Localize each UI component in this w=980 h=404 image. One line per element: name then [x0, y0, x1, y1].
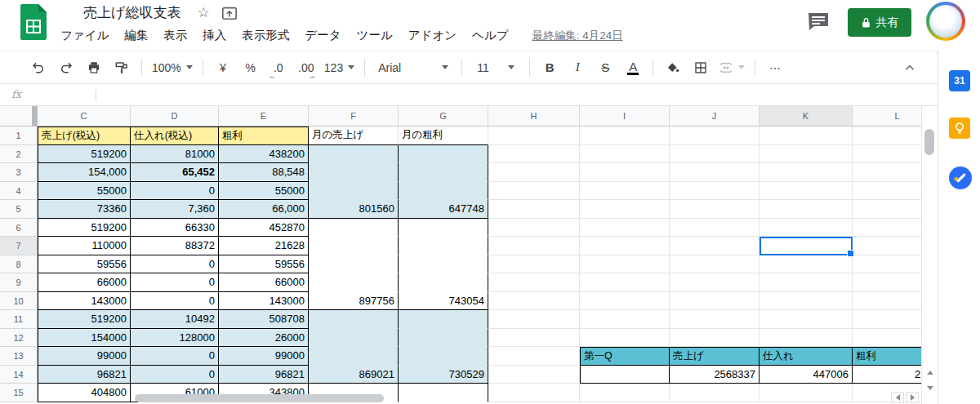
- currency-format-button[interactable]: ¥: [213, 57, 233, 78]
- cell-F10[interactable]: 897756: [309, 292, 399, 311]
- cell-C4[interactable]: 55000: [38, 182, 131, 201]
- cell-D6[interactable]: 66330: [131, 219, 219, 238]
- cell-K5[interactable]: [760, 200, 853, 219]
- number-format-button[interactable]: 123: [324, 57, 354, 78]
- cell-F4[interactable]: [309, 182, 399, 201]
- cell-L3[interactable]: [853, 163, 921, 182]
- cell-L11[interactable]: [853, 310, 921, 329]
- share-button[interactable]: 共有: [848, 8, 911, 37]
- zoom-select[interactable]: 100%: [152, 57, 193, 78]
- cell-C9[interactable]: 66000: [38, 273, 131, 292]
- row-header-5[interactable]: 5: [0, 200, 38, 219]
- cell-D10[interactable]: 0: [131, 292, 219, 311]
- cell-G5[interactable]: 647748: [399, 200, 488, 219]
- cell-H10[interactable]: [488, 292, 580, 311]
- decrease-decimal-button[interactable]: .0 ←: [269, 57, 288, 78]
- row-header-8[interactable]: 8: [0, 255, 38, 274]
- cell-K10[interactable]: [760, 292, 853, 311]
- cell-H11[interactable]: [488, 310, 580, 329]
- cell-F7[interactable]: [309, 237, 399, 255]
- paint-format-button[interactable]: [112, 57, 131, 78]
- row-header-3[interactable]: 3: [0, 163, 38, 182]
- cell-H12[interactable]: [488, 329, 580, 348]
- merge-cells-button[interactable]: [719, 57, 745, 78]
- cell-G13[interactable]: [399, 347, 488, 366]
- cell-D8[interactable]: 0: [131, 255, 219, 274]
- cell-H13[interactable]: [488, 347, 580, 366]
- cell-E14[interactable]: 96821: [219, 366, 309, 384]
- row-header-11[interactable]: 11: [0, 310, 38, 329]
- cell-J9[interactable]: [670, 273, 760, 292]
- cell-I3[interactable]: [580, 163, 670, 182]
- cell-K14[interactable]: 447006: [760, 366, 853, 384]
- menu-view[interactable]: 表示: [163, 28, 187, 43]
- menu-data[interactable]: データ: [305, 28, 341, 43]
- cell-C11[interactable]: 519200: [38, 310, 131, 329]
- col-header-F[interactable]: F: [309, 106, 399, 127]
- cell-H4[interactable]: [488, 182, 580, 201]
- cell-J8[interactable]: [670, 255, 760, 274]
- row-header-13[interactable]: 13: [0, 347, 38, 366]
- cell-G7[interactable]: [399, 237, 488, 255]
- cell-E1[interactable]: 粗利: [219, 127, 309, 145]
- keep-icon[interactable]: [949, 118, 970, 139]
- cell-L10[interactable]: [853, 292, 921, 311]
- cell-F1[interactable]: 月の売上げ: [309, 127, 399, 145]
- star-icon[interactable]: ☆: [197, 6, 209, 20]
- cell-I15[interactable]: [580, 384, 670, 402]
- document-title[interactable]: 売上げ総収支表: [83, 3, 180, 22]
- cell-D4[interactable]: 0: [131, 182, 219, 201]
- cell-D1[interactable]: 仕入れ(税込): [131, 127, 219, 145]
- cell-C8[interactable]: 59556: [38, 255, 131, 274]
- cell-E4[interactable]: 55000: [219, 182, 309, 201]
- calendar-icon[interactable]: 31: [949, 70, 970, 91]
- col-header-I[interactable]: I: [580, 106, 670, 127]
- more-button[interactable]: ⋯: [765, 57, 785, 78]
- cell-I8[interactable]: [580, 255, 670, 274]
- cell-G4[interactable]: [399, 182, 488, 201]
- cell-F8[interactable]: [309, 255, 399, 274]
- text-color-button[interactable]: A: [623, 57, 643, 78]
- sheets-logo-icon[interactable]: [20, 3, 47, 41]
- cell-H2[interactable]: [488, 145, 580, 164]
- row-header-14[interactable]: 14: [0, 366, 38, 384]
- cell-C12[interactable]: 154000: [38, 329, 131, 348]
- move-to-folder-icon[interactable]: [221, 5, 238, 21]
- cell-J10[interactable]: [670, 292, 760, 311]
- cell-G15[interactable]: [399, 384, 488, 402]
- cell-D5[interactable]: 7,360: [131, 200, 219, 219]
- cell-C14[interactable]: 96821: [38, 366, 131, 384]
- cell-J4[interactable]: [670, 182, 760, 201]
- cell-I13[interactable]: 第一Q: [580, 347, 670, 366]
- col-header-L[interactable]: L: [853, 106, 921, 127]
- increase-decimal-button[interactable]: .00 →: [296, 57, 316, 78]
- cell-F11[interactable]: [309, 310, 399, 329]
- cell-K8[interactable]: [760, 255, 853, 274]
- scroll-down-button[interactable]: [922, 381, 938, 394]
- cell-L12[interactable]: [853, 329, 921, 348]
- cell-F12[interactable]: [309, 329, 399, 348]
- cell-L9[interactable]: [853, 273, 921, 292]
- cell-G9[interactable]: [399, 273, 488, 292]
- comment-history-icon[interactable]: [807, 11, 830, 33]
- last-edit-link[interactable]: 最終編集: 4月24日: [532, 29, 623, 43]
- cell-L4[interactable]: [853, 182, 921, 201]
- cell-E3[interactable]: 88,548: [219, 163, 309, 182]
- cell-L6[interactable]: [853, 219, 921, 238]
- cell-E2[interactable]: 438200: [219, 145, 309, 164]
- cell-K9[interactable]: [760, 273, 853, 292]
- row-header-4[interactable]: 4: [0, 182, 38, 201]
- cell-K11[interactable]: [760, 310, 853, 329]
- avatar[interactable]: [926, 2, 965, 41]
- menu-format[interactable]: 表示形式: [242, 28, 289, 43]
- menu-file[interactable]: ファイル: [60, 28, 109, 43]
- cell-L5[interactable]: [853, 200, 921, 219]
- cell-D11[interactable]: 10492: [131, 310, 219, 329]
- cell-G10[interactable]: 743054: [399, 292, 488, 311]
- cell-K15[interactable]: [760, 384, 853, 402]
- row-header-6[interactable]: 6: [0, 219, 38, 238]
- fill-color-button[interactable]: [663, 57, 683, 78]
- row-header-15[interactable]: 15: [0, 384, 38, 402]
- cell-K1[interactable]: [760, 127, 853, 145]
- scroll-up-button[interactable]: [922, 366, 938, 379]
